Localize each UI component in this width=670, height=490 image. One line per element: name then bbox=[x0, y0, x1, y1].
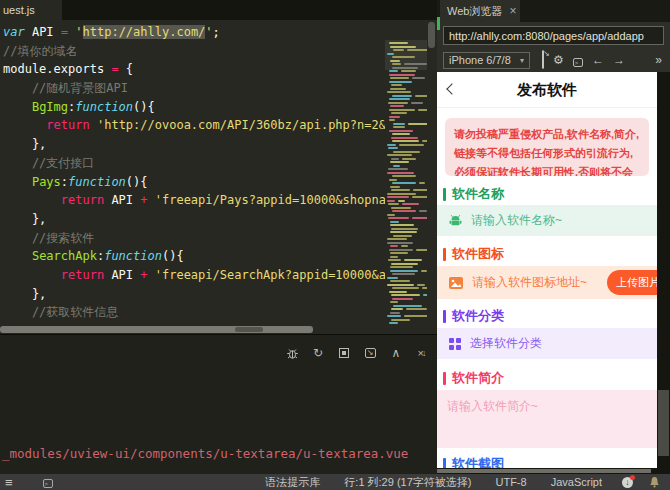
code-line: //获取软件信息 bbox=[3, 303, 400, 322]
warning-notice: 请勿投稿严重侵权产品,软件名称,简介,链接等不得包括任何形式的引流行为,必须保证… bbox=[445, 118, 649, 176]
upload-image-button[interactable]: 上传图片 bbox=[607, 270, 657, 295]
code-editor[interactable]: var API = 'http://ahlly.com/';//填你的域名mod… bbox=[0, 20, 437, 324]
editor-vertical-scrollbar[interactable] bbox=[428, 22, 435, 48]
status-bar: ≡ >_ 语法提示库 行:1 列:29 (17字符被选择) UTF-8 Java… bbox=[0, 474, 670, 490]
code-line: //随机背景图API bbox=[3, 79, 400, 98]
section-accent-bar bbox=[443, 310, 446, 323]
url-input[interactable] bbox=[443, 26, 664, 45]
code-line: var API = 'http://ahlly.com/'; bbox=[3, 23, 400, 42]
ide-window: uest.js var API = 'http://ahlly.com/';//… bbox=[0, 0, 670, 490]
menu-icon[interactable]: ≡ bbox=[5, 475, 13, 490]
section-label-category: 软件分类 bbox=[443, 308, 657, 324]
back-arrow-icon[interactable]: ← bbox=[592, 53, 604, 67]
code-line: }, bbox=[3, 285, 400, 304]
section-label-text: 软件简介 bbox=[452, 369, 504, 387]
console-toolbar: ↻ ↘ ∧ ×↓ bbox=[285, 346, 429, 360]
input-row-intro[interactable]: 请输入软件简介~ bbox=[437, 390, 657, 448]
close-icon[interactable]: × bbox=[509, 5, 516, 17]
console-error-line[interactable]: _modules/uview-ui/components/u-textarea/… bbox=[2, 443, 408, 465]
cursor-position-status[interactable]: 行:1 列:29 (17字符被选择) bbox=[332, 475, 483, 490]
code-line: SearchApk:function(){ bbox=[3, 247, 400, 266]
forward-arrow-icon[interactable]: → bbox=[613, 53, 625, 67]
console-terminal-icon[interactable]: >_ bbox=[573, 51, 583, 69]
placeholder-name: 请输入软件名称~ bbox=[471, 212, 562, 229]
minimap[interactable] bbox=[385, 40, 427, 324]
clear-console-icon[interactable]: ×↓ bbox=[415, 346, 429, 360]
code-line: }, bbox=[3, 210, 400, 229]
browser-toolbar: iPhone 6/7/8 ▾ ↘ ⚙ >_ ← → » bbox=[437, 48, 670, 72]
section-label-text: 软件截图 bbox=[452, 455, 504, 468]
editor-tabbar: uest.js bbox=[0, 0, 437, 20]
code-line: BgImg:function(){ bbox=[3, 98, 400, 117]
code-line: module.exports = { bbox=[3, 60, 400, 79]
editor-hscroll-thumb[interactable] bbox=[0, 326, 313, 333]
minimap-bars bbox=[385, 42, 427, 324]
section-accent-bar bbox=[443, 248, 446, 261]
preview-hscroll-thumb[interactable] bbox=[437, 469, 651, 473]
section-accent-bar bbox=[443, 188, 446, 201]
phone-preview: 发布软件 请勿投稿严重侵权产品,软件名称,简介,链接等不得包括任何形式的引流行为… bbox=[437, 72, 657, 468]
editor-horizontal-scrollbar[interactable] bbox=[0, 324, 437, 334]
app-header: 发布软件 bbox=[437, 72, 657, 108]
tab-web-browser-label: Web浏览器 bbox=[447, 0, 502, 22]
more-icon[interactable]: » bbox=[655, 53, 662, 67]
code-line: return API + 'freeapi/SearchApk?appid=10… bbox=[3, 266, 400, 285]
code-line: Pays:function(){ bbox=[3, 173, 400, 192]
placeholder-intro: 请输入软件简介~ bbox=[447, 399, 538, 413]
placeholder-category: 选择软件分类 bbox=[470, 335, 542, 352]
terminal-icon[interactable]: >_ bbox=[43, 476, 53, 488]
browser-panel: Web浏览器 × iPhone 6/7/8 ▾ ↘ ⚙ >_ ← → » bbox=[437, 0, 670, 474]
code-line: return 'http://ovooa.com/API/360bz/api.p… bbox=[3, 116, 400, 135]
bell-icon[interactable] bbox=[649, 476, 660, 488]
console-panel: ↻ ↘ ∧ ×↓ _modules/uview-ui/components/u-… bbox=[0, 334, 437, 474]
input-row-name[interactable]: 请输入软件名称~ bbox=[437, 205, 657, 236]
selected-text: http://ahlly.com/ bbox=[83, 25, 206, 39]
preview-vscroll-thumb[interactable] bbox=[658, 390, 669, 456]
gear-icon[interactable]: ⚙ bbox=[553, 53, 564, 67]
code-line: //支付接口 bbox=[3, 154, 400, 173]
update-icon[interactable]: ↓ bbox=[622, 477, 633, 488]
input-row-category[interactable]: 选择软件分类 bbox=[437, 328, 657, 359]
encoding-status[interactable]: UTF-8 bbox=[483, 476, 538, 488]
open-external-icon[interactable]: ↘ bbox=[542, 51, 544, 69]
debug-bug-icon[interactable] bbox=[285, 346, 299, 360]
form-sections: 软件名称请输入软件名称~软件图标请输入软件图标地址~上传图片软件分类选择软件分类… bbox=[437, 186, 657, 468]
browser-toolbar-icons: ↘ ⚙ >_ ← → bbox=[542, 51, 625, 69]
code-line: return API + 'freeapi/Pays?appid=10000&s… bbox=[3, 191, 400, 210]
tab-web-browser[interactable]: Web浏览器 × bbox=[440, 0, 520, 22]
code-lines: var API = 'http://ahlly.com/';//填你的域名mod… bbox=[3, 23, 400, 324]
editor-hscroll-notch bbox=[235, 327, 263, 332]
browser-tabbar: Web浏览器 × bbox=[437, 0, 670, 22]
preview-vertical-scrollbar[interactable] bbox=[657, 72, 670, 468]
code-line: }, bbox=[3, 135, 400, 154]
collapse-up-icon[interactable]: ∧ bbox=[389, 346, 403, 360]
section-label-text: 软件名称 bbox=[452, 185, 504, 203]
section-accent-bar bbox=[443, 458, 446, 469]
section-accent-bar bbox=[443, 372, 446, 385]
android-icon bbox=[449, 214, 462, 227]
section-label-text: 软件图标 bbox=[452, 245, 504, 263]
section-label-screenshot: 软件截图 bbox=[443, 456, 657, 468]
tab-request-js-label: uest.js bbox=[3, 4, 35, 16]
page-title: 发布软件 bbox=[437, 72, 657, 108]
section-label-name: 软件名称 bbox=[443, 186, 657, 202]
grid-icon bbox=[449, 338, 461, 350]
open-terminal-icon[interactable]: ↘ bbox=[363, 346, 377, 360]
chevron-down-icon: ▾ bbox=[520, 56, 524, 65]
restart-icon[interactable]: ↻ bbox=[311, 346, 325, 360]
placeholder-icon: 请输入软件图标地址~ bbox=[472, 274, 587, 291]
language-status[interactable]: JavaScript bbox=[539, 476, 614, 488]
device-selector-value: iPhone 6/7/8 bbox=[449, 54, 511, 66]
syntax-library-status[interactable]: 语法提示库 bbox=[253, 475, 332, 490]
section-label-text: 软件分类 bbox=[452, 307, 504, 325]
section-label-intro: 软件简介 bbox=[443, 370, 657, 386]
notification-dot bbox=[630, 475, 635, 480]
input-row-icon[interactable]: 请输入软件图标地址~上传图片 bbox=[437, 266, 657, 299]
url-bar bbox=[437, 22, 670, 48]
tab-request-js[interactable]: uest.js bbox=[0, 0, 62, 20]
code-line: //搜索软件 bbox=[3, 229, 400, 248]
image-icon bbox=[449, 277, 463, 289]
code-line: //填你的域名 bbox=[3, 42, 400, 61]
device-selector[interactable]: iPhone 6/7/8 ▾ bbox=[443, 52, 530, 69]
stop-icon[interactable] bbox=[337, 346, 351, 360]
